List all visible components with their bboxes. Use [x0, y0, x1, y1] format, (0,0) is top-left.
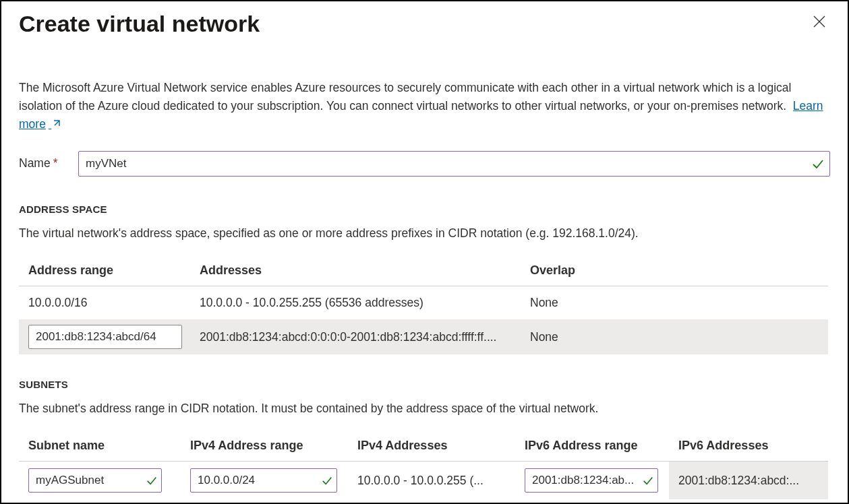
col-ipv4-addresses: IPv4 Addresses [348, 435, 515, 462]
subnet-name-input[interactable] [28, 468, 162, 493]
ipv4-addresses-cell: 10.0.0.0 - 10.0.0.255 (... [348, 462, 515, 500]
address-space-description: The virtual network's address space, spe… [19, 224, 830, 242]
external-link-icon [49, 119, 61, 130]
page-title: Create virtual network [19, 11, 260, 37]
checkmark-icon [811, 157, 825, 170]
close-button[interactable] [809, 11, 830, 32]
table-row: 2001:db8:1234:abcd:0:0:0:0-2001:db8:1234… [19, 319, 828, 354]
overlap-cell: None [521, 319, 828, 354]
address-range-cell: 10.0.0.0/16 [19, 286, 190, 320]
col-ipv6-addresses: IPv6 Addresses [669, 435, 828, 462]
create-vnet-panel: Create virtual network The Microsoft Azu… [0, 0, 849, 504]
checkmark-icon [321, 474, 333, 486]
ipv6-range-cell [515, 462, 669, 500]
vnet-name-input[interactable] [78, 151, 830, 177]
subnet-name-cell [19, 462, 181, 500]
close-icon [813, 15, 826, 28]
ipv6-addresses-cell: 2001:db8:1234:abcd:... [669, 462, 828, 500]
address-range-cell [19, 319, 190, 354]
required-asterisk: * [53, 156, 58, 170]
name-label: Name* [19, 156, 78, 170]
table-row: 10.0.0.0/16 10.0.0.0 - 10.0.255.255 (655… [19, 286, 828, 320]
address-space-heading: ADDRESS SPACE [19, 203, 830, 215]
col-overlap: Overlap [521, 259, 828, 286]
subnets-heading: SUBNETS [19, 379, 830, 390]
ipv6-range-input[interactable] [525, 468, 658, 493]
col-address-range: Address range [19, 259, 190, 286]
address-range-input[interactable] [28, 325, 182, 349]
overlap-cell: None [521, 286, 828, 320]
col-subnet-name: Subnet name [19, 435, 181, 462]
addresses-cell: 2001:db8:1234:abcd:0:0:0:0-2001:db8:1234… [190, 319, 521, 354]
col-ipv6-range: IPv6 Address range [515, 435, 669, 462]
svg-line-2 [55, 121, 59, 125]
addresses-cell: 10.0.0.0 - 10.0.255.255 (65536 addresses… [190, 286, 521, 320]
subnets-table: Subnet name IPv4 Address range IPv4 Addr… [19, 435, 828, 499]
table-row: 10.0.0.0 - 10.0.0.255 (... 2001:db8:1234… [19, 462, 828, 500]
ipv4-range-input[interactable] [190, 468, 337, 493]
ipv4-range-cell [181, 462, 348, 500]
address-space-table: Address range Addresses Overlap 10.0.0.0… [19, 259, 828, 354]
col-ipv4-range: IPv4 Address range [181, 435, 348, 462]
checkmark-icon [642, 474, 654, 486]
col-addresses: Addresses [190, 259, 521, 286]
intro-text: The Microsoft Azure Virtual Network serv… [19, 79, 830, 133]
checkmark-icon [146, 474, 158, 486]
subnets-description: The subnet's address range in CIDR notat… [19, 400, 830, 417]
